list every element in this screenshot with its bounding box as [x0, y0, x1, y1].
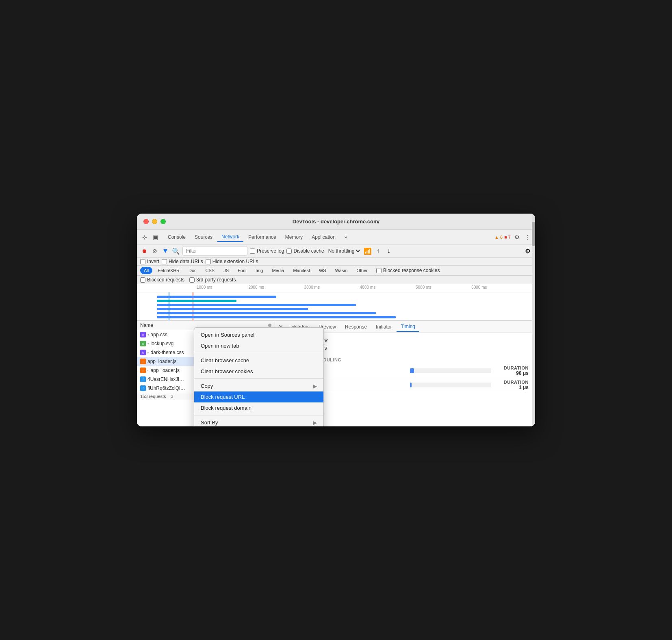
blocked-response-label: Blocked response cookies [376, 268, 440, 273]
ctx-label: Open in Sources panel [201, 332, 254, 338]
filter-tag-css[interactable]: CSS [202, 267, 219, 274]
clear-button[interactable]: ⊘ [151, 247, 159, 255]
hide-data-urls-checkbox[interactable] [162, 259, 167, 264]
ctx-separator-3 [194, 415, 323, 415]
file-name: 4UasrENHsxJl… [147, 376, 184, 382]
filter-bar: Invert Hide data URLs Hide extension URL… [137, 258, 535, 266]
maximize-button[interactable] [160, 219, 166, 224]
invert-checkbox[interactable] [140, 259, 145, 264]
close-button[interactable] [143, 219, 149, 224]
hide-extension-urls-label: Hide extension URLs [206, 259, 258, 264]
ctx-block-url[interactable]: Block request URL [194, 391, 323, 402]
filter-icon[interactable]: ▼ [161, 247, 169, 255]
filter-tag-doc[interactable]: Doc [185, 267, 200, 274]
ctx-block-domain[interactable]: Block request domain [194, 402, 323, 413]
scroll-thumb[interactable] [532, 222, 535, 246]
timing-bar-1 [410, 368, 414, 373]
disable-cache-label: Disable cache [286, 248, 324, 254]
cursor-icon[interactable]: ⊹ [140, 233, 149, 242]
minimize-button[interactable] [152, 219, 157, 224]
ctx-arrow-sort: ▶ [313, 420, 317, 426]
scroll-indicator [532, 214, 535, 426]
svg-icon: s [140, 341, 146, 346]
tab-console[interactable]: Console [164, 233, 190, 242]
filter-tag-ws[interactable]: WS [315, 267, 330, 274]
ctx-clear-cookies[interactable]: Clear browser cookies [194, 366, 323, 377]
filter-input[interactable] [182, 246, 247, 256]
filter-tag-media[interactable]: Media [268, 267, 288, 274]
hide-data-urls-label: Hide data URLs [162, 259, 203, 264]
download-icon[interactable]: ↓ [385, 247, 393, 255]
record-button[interactable]: ⏺ [140, 247, 148, 255]
ruler-mark-2: 2000 ms [248, 285, 264, 290]
duration-col-2: DURATION 1 μs [496, 380, 529, 390]
blocked-response-checkbox[interactable] [376, 268, 382, 273]
tab-sources[interactable]: Sources [191, 233, 217, 242]
gear-icon[interactable]: ⚙ [524, 247, 532, 255]
hide-extension-urls-checkbox[interactable] [206, 259, 211, 264]
filter-tag-all[interactable]: All [140, 267, 152, 274]
third-party-checkbox[interactable] [189, 277, 195, 283]
file-name: flUhRq6tzZclQl… [147, 385, 185, 391]
ctx-open-sources[interactable]: Open in Sources panel [194, 329, 323, 340]
filter-tag-font[interactable]: Font [234, 267, 250, 274]
context-menu: Open in Sources panel Open in new tab Cl… [194, 327, 324, 426]
filter-tag-other[interactable]: Other [353, 267, 371, 274]
ruler-mark-5: 5000 ms [416, 285, 431, 290]
ruler-mark-6: 6000 ms [471, 285, 487, 290]
file-name: ◦ lockup.svg [147, 341, 173, 346]
filter-tag-manifest[interactable]: Manifest [289, 267, 314, 274]
timing-bar-2 [410, 383, 412, 387]
blocked-requests-checkbox[interactable] [140, 277, 145, 283]
tab-timing[interactable]: Timing [397, 322, 419, 332]
filter-tag-fetch[interactable]: Fetch/XHR [154, 267, 183, 274]
tab-response[interactable]: Response [341, 322, 371, 331]
warning-badge: ▲ 6 [494, 235, 503, 240]
device-icon[interactable]: ▣ [151, 233, 160, 242]
file-name: ◦ dark-theme.css [147, 350, 184, 355]
ctx-clear-cache[interactable]: Clear browser cache [194, 355, 323, 366]
ctx-sort-by[interactable]: Sort By ▶ [194, 417, 323, 426]
tab-initiator[interactable]: Initiator [372, 322, 396, 331]
duration-col-1: DURATION 98 μs [496, 365, 529, 376]
font-icon: f [140, 385, 146, 391]
waterfall-bar [157, 304, 356, 306]
ctx-label: Open in new tab [201, 343, 239, 349]
ctx-copy[interactable]: Copy ▶ [194, 381, 323, 391]
tab-performance[interactable]: Performance [244, 233, 280, 242]
tab-network[interactable]: Network [217, 232, 243, 242]
preserve-log-checkbox[interactable] [250, 249, 255, 254]
tab-icon-group: ⊹ ▣ [140, 233, 160, 242]
window-title: DevTools - developer.chrome.com/ [293, 218, 379, 225]
header-indicator [268, 324, 271, 327]
ctx-arrow-copy: ▶ [313, 383, 317, 389]
tab-memory[interactable]: Memory [281, 233, 307, 242]
devtools-body: ⊹ ▣ Console Sources Network Performance … [137, 230, 535, 426]
request-count: 153 requests [140, 394, 166, 399]
ruler-mark-1: 1000 ms [197, 285, 212, 290]
ctx-label: Copy [201, 383, 213, 389]
tab-more[interactable]: » [340, 233, 351, 242]
ruler-mark-3: 3000 ms [304, 285, 320, 290]
timing-bar-container-2 [410, 383, 491, 387]
third-party-label: 3rd-party requests [189, 277, 236, 283]
preserve-log-label: Preserve log [250, 248, 284, 254]
filter-tag-wasm[interactable]: Wasm [332, 267, 351, 274]
css-icon: c [140, 332, 146, 337]
upload-icon[interactable]: ↑ [374, 247, 382, 255]
titlebar: DevTools - developer.chrome.com/ [137, 214, 535, 230]
filter-tag-js[interactable]: JS [220, 267, 232, 274]
wifi-icon[interactable]: 📶 [364, 247, 372, 255]
font-icon: f [140, 376, 146, 382]
ctx-open-new-tab[interactable]: Open in new tab [194, 340, 323, 351]
search-icon[interactable]: 🔍 [172, 247, 180, 255]
ctx-label: Sort By [201, 419, 218, 426]
throttle-select[interactable]: No throttling [327, 248, 361, 254]
filter-tag-img[interactable]: Img [252, 267, 267, 274]
settings-icon[interactable]: ⚙ [512, 233, 521, 242]
more-icon[interactable]: ⋮ [523, 233, 532, 242]
devtools-window: DevTools - developer.chrome.com/ ⊹ ▣ Con… [137, 214, 535, 426]
tab-application[interactable]: Application [308, 233, 340, 242]
filter-tags-bar: All Fetch/XHR Doc CSS JS Font Img Media … [137, 266, 535, 276]
disable-cache-checkbox[interactable] [286, 249, 292, 254]
